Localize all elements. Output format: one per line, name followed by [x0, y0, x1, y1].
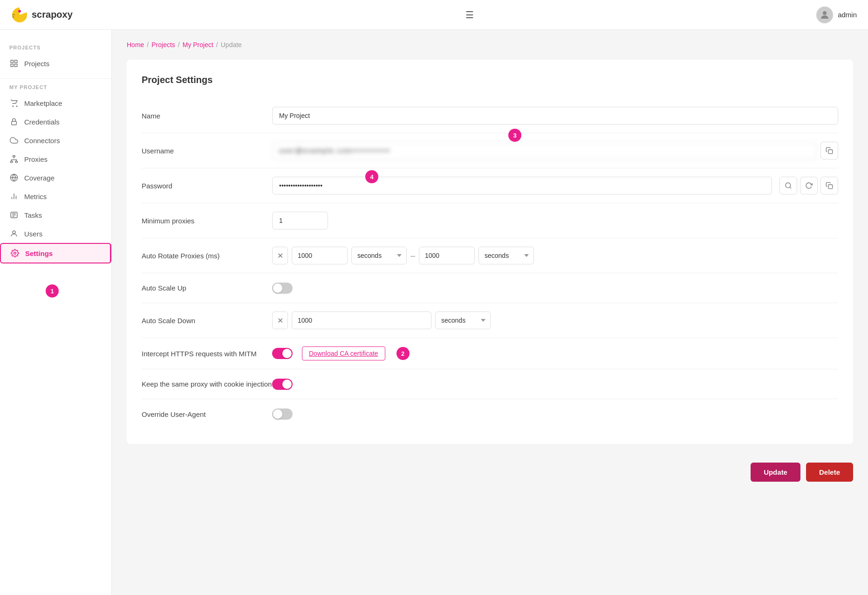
sidebar-label-proxies: Proxies [24, 155, 48, 163]
field-auto-scale-down: Auto Scale Down ✕ milliseconds seconds m… [142, 303, 838, 338]
intercept-control: Download CA certificate 2 [272, 346, 838, 360]
name-control [272, 107, 838, 125]
override-ua-label: Override User-Agent [142, 410, 272, 418]
auto-scale-up-toggle[interactable] [272, 283, 293, 294]
user-area: admin [816, 7, 857, 23]
map-icon [9, 173, 19, 182]
refresh-password-button[interactable] [800, 177, 818, 194]
user-name: admin [838, 11, 857, 19]
name-label: Name [142, 112, 272, 120]
annotation-badge-2: 2 [396, 347, 410, 360]
sidebar-section-my-project: MY PROJECT [0, 84, 111, 90]
tasks-icon [9, 210, 19, 220]
intercept-toggle[interactable] [272, 348, 293, 359]
copy-password-button[interactable] [820, 177, 838, 194]
user-icon [9, 229, 19, 238]
ca-cert-link[interactable]: Download CA certificate [302, 346, 385, 360]
svg-point-10 [16, 106, 17, 107]
search-password-button[interactable] [779, 177, 797, 194]
username-input[interactable] [272, 142, 817, 159]
svg-rect-8 [15, 64, 17, 67]
sidebar-label-projects: Projects [24, 60, 49, 68]
annotation-badge-1: 1 [46, 284, 59, 298]
auto-scale-down-unit-select[interactable]: milliseconds seconds minutes [435, 311, 491, 329]
password-control [272, 177, 838, 194]
field-override-ua: Override User-Agent [142, 399, 838, 429]
field-auto-scale-up: Auto Scale Up [142, 273, 838, 303]
intercept-label: Intercept HTTPS requests with MITM [142, 350, 272, 358]
sidebar-item-credentials[interactable]: Credentials [0, 112, 111, 131]
annotation-badge-3: 3 [508, 129, 521, 142]
svg-point-20 [13, 231, 15, 234]
sidebar-divider [0, 78, 111, 79]
svg-rect-2 [12, 14, 15, 15]
field-name: Name [142, 98, 838, 133]
sidebar-item-marketplace[interactable]: Marketplace [0, 94, 111, 112]
auto-rotate-min-input[interactable] [292, 247, 348, 264]
auto-scale-down-range: ✕ milliseconds seconds minutes [272, 311, 838, 329]
auto-rotate-clear-min-button[interactable]: ✕ [272, 247, 288, 264]
sidebar-label-marketplace: Marketplace [24, 99, 62, 107]
svg-point-9 [13, 106, 14, 107]
cookie-control [272, 379, 838, 390]
sidebar: PROJECTS Projects MY PROJECT Marketplace [0, 30, 112, 595]
svg-rect-12 [13, 156, 15, 157]
min-proxies-control [272, 212, 838, 229]
sidebar-label-metrics: Metrics [24, 193, 47, 201]
cookie-label: Keep the same proxy with cookie injectio… [142, 380, 272, 388]
app-header: scrapoxy ☰ admin [0, 0, 868, 30]
breadcrumb-current: Update [221, 41, 242, 48]
sidebar-label-coverage: Coverage [24, 174, 55, 182]
avatar [816, 7, 833, 23]
sidebar-item-coverage[interactable]: Coverage [0, 168, 111, 187]
svg-rect-5 [11, 60, 13, 62]
app-layout: PROJECTS Projects MY PROJECT Marketplace [0, 30, 868, 595]
username-control [272, 142, 838, 159]
footer-actions: Update Delete [127, 455, 853, 489]
cookie-toggle[interactable] [272, 379, 293, 390]
breadcrumb-projects[interactable]: Projects [151, 41, 175, 48]
grid-icon [9, 59, 19, 68]
sidebar-item-projects[interactable]: Projects [0, 54, 111, 73]
sidebar-item-connectors[interactable]: Connectors [0, 131, 111, 150]
auto-rotate-min-unit-select[interactable]: milliseconds seconds minutes [351, 247, 407, 264]
copy-username-button[interactable] [820, 142, 838, 159]
auto-rotate-range: ✕ milliseconds seconds minutes – millise… [272, 247, 838, 264]
logo-icon [11, 7, 28, 23]
sidebar-item-settings[interactable]: Settings [0, 243, 111, 263]
sidebar-item-proxies[interactable]: Proxies [0, 150, 111, 168]
field-min-proxies: Minimum proxies [142, 203, 838, 238]
svg-rect-3 [12, 16, 14, 18]
svg-rect-13 [11, 161, 13, 163]
auto-scale-down-input[interactable] [292, 311, 431, 329]
auto-scale-up-knob [273, 284, 282, 293]
sidebar-item-tasks[interactable]: Tasks [0, 206, 111, 224]
name-input[interactable] [272, 107, 838, 125]
override-ua-toggle[interactable] [272, 408, 293, 420]
auto-rotate-control: ✕ milliseconds seconds minutes – millise… [272, 247, 838, 264]
override-ua-control [272, 408, 838, 420]
breadcrumb-home[interactable]: Home [127, 41, 144, 48]
card-title: Project Settings [142, 75, 838, 85]
username-label: Username [142, 147, 272, 155]
svg-point-4 [823, 11, 827, 15]
password-input[interactable] [272, 177, 772, 194]
auto-scale-down-clear-button[interactable]: ✕ [272, 311, 288, 329]
sidebar-label-credentials: Credentials [24, 118, 60, 126]
auto-rotate-max-unit-select[interactable]: milliseconds seconds minutes [478, 247, 534, 264]
sidebar-item-users[interactable]: Users [0, 224, 111, 243]
hamburger-button[interactable]: ☰ [465, 9, 474, 21]
sidebar-item-metrics[interactable]: Metrics [0, 187, 111, 206]
update-button[interactable]: Update [751, 463, 800, 482]
auto-rotate-max-input[interactable] [419, 247, 475, 264]
shop-icon [9, 98, 19, 108]
delete-button[interactable]: Delete [806, 463, 853, 482]
svg-rect-6 [15, 60, 17, 62]
svg-rect-7 [11, 64, 13, 67]
field-auto-rotate: Auto Rotate Proxies (ms) ✕ milliseconds … [142, 238, 838, 273]
min-proxies-input[interactable] [272, 212, 328, 229]
breadcrumb-my-project[interactable]: My Project [183, 41, 213, 48]
annotation-badge-4: 4 [365, 170, 378, 183]
svg-rect-22 [828, 150, 833, 154]
sidebar-label-settings: Settings [25, 249, 53, 257]
